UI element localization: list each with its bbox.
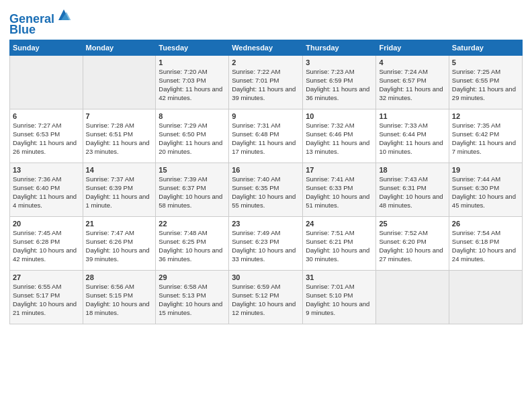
day-number: 1 <box>159 58 226 68</box>
day-info: Daylight: 11 hours and 36 minutes. <box>306 85 373 103</box>
day-info: Sunset: 6:31 PM <box>379 184 445 193</box>
day-number: 10 <box>306 111 373 122</box>
day-number: 27 <box>13 273 80 283</box>
logo: General Blue <box>9 7 72 37</box>
calendar-cell: 16Sunrise: 7:40 AMSunset: 6:35 PMDayligh… <box>229 163 303 216</box>
day-info: Daylight: 10 hours and 33 minutes. <box>232 246 300 264</box>
weekday-header: Monday <box>83 40 156 55</box>
calendar-cell: 19Sunrise: 7:44 AMSunset: 6:30 PMDayligh… <box>449 163 522 216</box>
day-info: Sunset: 6:50 PM <box>159 130 226 139</box>
day-info: Sunrise: 7:24 AM <box>379 68 445 77</box>
day-info: Sunrise: 7:22 AM <box>232 68 300 77</box>
day-number: 20 <box>13 219 80 229</box>
day-info: Sunset: 6:59 PM <box>306 77 373 85</box>
day-number: 15 <box>159 165 226 175</box>
day-info: Sunrise: 7:23 AM <box>306 68 373 77</box>
day-info: Sunset: 6:42 PM <box>452 130 519 139</box>
calendar-cell: 13Sunrise: 7:36 AMSunset: 6:40 PMDayligh… <box>10 163 83 216</box>
day-number: 21 <box>86 219 153 229</box>
day-info: Daylight: 11 hours and 4 minutes. <box>13 193 80 210</box>
calendar-cell: 14Sunrise: 7:37 AMSunset: 6:39 PMDayligh… <box>83 163 156 216</box>
day-info: Sunrise: 6:56 AM <box>86 283 153 291</box>
day-info: Daylight: 10 hours and 55 minutes. <box>232 193 300 210</box>
day-info: Daylight: 10 hours and 27 minutes. <box>379 246 445 264</box>
day-info: Sunrise: 7:39 AM <box>159 175 226 184</box>
calendar-cell <box>83 55 156 109</box>
day-number: 30 <box>232 273 300 283</box>
day-info: Sunset: 6:40 PM <box>13 184 80 193</box>
day-info: Sunset: 5:13 PM <box>159 291 226 300</box>
day-info: Sunset: 6:39 PM <box>86 184 153 193</box>
day-info: Daylight: 11 hours and 1 minute. <box>86 193 153 210</box>
day-info: Daylight: 10 hours and 45 minutes. <box>452 193 519 210</box>
calendar-cell <box>10 55 83 109</box>
day-info: Sunset: 6:55 PM <box>452 77 519 85</box>
calendar-cell <box>376 270 449 324</box>
day-info: Sunset: 6:33 PM <box>306 184 373 193</box>
calendar-header-row: SundayMondayTuesdayWednesdayThursdayFrid… <box>10 40 523 55</box>
day-number: 24 <box>306 219 373 229</box>
day-number: 16 <box>232 165 300 175</box>
calendar-cell: 20Sunrise: 7:45 AMSunset: 6:28 PMDayligh… <box>10 216 83 270</box>
day-number: 6 <box>13 111 80 122</box>
day-number: 13 <box>13 165 80 175</box>
day-number: 2 <box>232 58 300 68</box>
calendar-week-row: 20Sunrise: 7:45 AMSunset: 6:28 PMDayligh… <box>10 216 523 270</box>
day-info: Daylight: 10 hours and 36 minutes. <box>159 246 226 264</box>
day-number: 7 <box>86 111 153 122</box>
calendar-cell: 26Sunrise: 7:54 AMSunset: 6:18 PMDayligh… <box>449 216 522 270</box>
day-info: Sunrise: 7:35 AM <box>452 122 519 130</box>
calendar-cell: 4Sunrise: 7:24 AMSunset: 6:57 PMDaylight… <box>376 55 449 109</box>
calendar-cell: 30Sunrise: 6:59 AMSunset: 5:12 PMDayligh… <box>229 270 303 324</box>
calendar-cell: 24Sunrise: 7:51 AMSunset: 6:21 PMDayligh… <box>303 216 376 270</box>
day-info: Sunrise: 7:32 AM <box>306 122 373 130</box>
day-info: Sunrise: 7:52 AM <box>379 229 445 238</box>
calendar-week-row: 1Sunrise: 7:20 AMSunset: 7:03 PMDaylight… <box>10 55 523 109</box>
calendar-cell: 12Sunrise: 7:35 AMSunset: 6:42 PMDayligh… <box>449 109 522 163</box>
calendar-table: SundayMondayTuesdayWednesdayThursdayFrid… <box>9 40 523 324</box>
day-info: Sunset: 6:44 PM <box>379 130 445 139</box>
day-info: Daylight: 10 hours and 21 minutes. <box>13 300 80 318</box>
day-number: 22 <box>159 219 226 229</box>
calendar-cell: 6Sunrise: 7:27 AMSunset: 6:53 PMDaylight… <box>10 109 83 163</box>
day-info: Sunset: 6:30 PM <box>452 184 519 193</box>
day-info: Sunset: 5:10 PM <box>306 291 373 300</box>
day-number: 11 <box>379 111 445 122</box>
day-info: Sunset: 6:20 PM <box>379 238 445 246</box>
calendar-cell: 18Sunrise: 7:43 AMSunset: 6:31 PMDayligh… <box>376 163 449 216</box>
day-info: Daylight: 10 hours and 58 minutes. <box>159 193 226 210</box>
day-number: 3 <box>306 58 373 68</box>
day-info: Sunset: 6:48 PM <box>232 130 300 139</box>
day-info: Sunrise: 7:37 AM <box>86 175 153 184</box>
day-info: Daylight: 11 hours and 20 minutes. <box>159 139 226 156</box>
day-info: Sunrise: 7:43 AM <box>379 175 445 184</box>
day-info: Sunset: 6:37 PM <box>159 184 226 193</box>
day-info: Sunset: 6:28 PM <box>13 238 80 246</box>
day-info: Sunrise: 7:31 AM <box>232 122 300 130</box>
day-info: Sunset: 6:25 PM <box>159 238 226 246</box>
day-info: Sunset: 5:15 PM <box>86 291 153 300</box>
calendar-cell: 2Sunrise: 7:22 AMSunset: 7:01 PMDaylight… <box>229 55 303 109</box>
day-info: Sunrise: 7:29 AM <box>159 122 226 130</box>
calendar-cell: 23Sunrise: 7:49 AMSunset: 6:23 PMDayligh… <box>229 216 303 270</box>
day-info: Daylight: 10 hours and 48 minutes. <box>379 193 445 210</box>
day-info: Sunset: 5:17 PM <box>13 291 80 300</box>
day-info: Sunset: 6:51 PM <box>86 130 153 139</box>
day-info: Daylight: 10 hours and 15 minutes. <box>159 300 226 318</box>
day-info: Sunrise: 7:01 AM <box>306 283 373 291</box>
day-info: Sunrise: 7:49 AM <box>232 229 300 238</box>
day-info: Daylight: 11 hours and 32 minutes. <box>379 85 445 103</box>
day-info: Daylight: 11 hours and 10 minutes. <box>379 139 445 156</box>
day-number: 9 <box>232 111 300 122</box>
calendar-cell: 1Sunrise: 7:20 AMSunset: 7:03 PMDaylight… <box>156 55 229 109</box>
day-info: Sunrise: 6:59 AM <box>232 283 300 291</box>
calendar-cell: 28Sunrise: 6:56 AMSunset: 5:15 PMDayligh… <box>83 270 156 324</box>
day-info: Sunset: 6:18 PM <box>452 238 519 246</box>
day-info: Sunrise: 7:47 AM <box>86 229 153 238</box>
calendar-cell: 3Sunrise: 7:23 AMSunset: 6:59 PMDaylight… <box>303 55 376 109</box>
day-info: Sunrise: 7:48 AM <box>159 229 226 238</box>
calendar-cell: 25Sunrise: 7:52 AMSunset: 6:20 PMDayligh… <box>376 216 449 270</box>
day-number: 28 <box>86 273 153 283</box>
day-number: 4 <box>379 58 445 68</box>
day-number: 26 <box>452 219 519 229</box>
